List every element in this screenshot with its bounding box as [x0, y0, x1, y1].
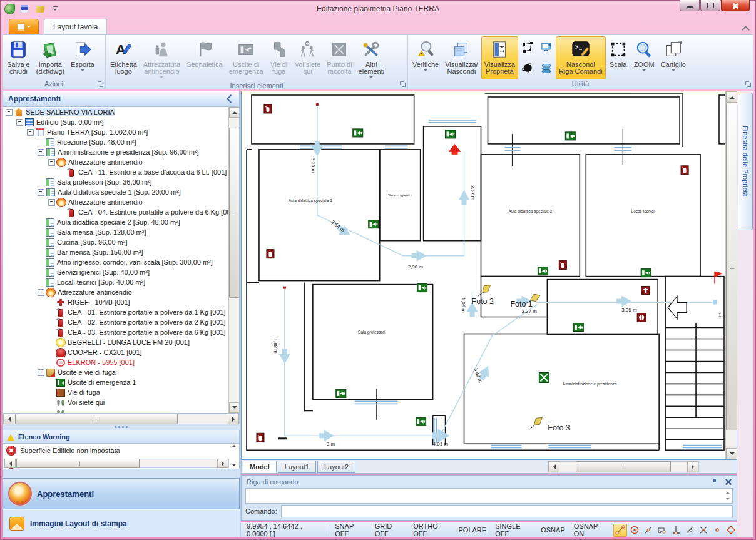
tree-expander[interactable] [27, 129, 34, 136]
lasso-select-button[interactable] [520, 61, 535, 76]
command-history-scroll[interactable] [724, 490, 731, 502]
tab-layout1[interactable]: Layout1 [278, 461, 316, 473]
tree-expander[interactable] [38, 189, 44, 196]
scrollbar-thumb[interactable] [229, 128, 240, 298]
tab-layout2[interactable]: Layout2 [317, 461, 355, 473]
tree-item[interactable]: Voi siete qui [3, 397, 239, 407]
tree-item[interactable]: Bar mensa [Sup. 150,00 m²] [3, 247, 239, 257]
dialog-launcher-icon[interactable] [745, 81, 752, 88]
route-start-dot[interactable] [284, 287, 286, 289]
tree-item[interactable]: Edificio [Sup. 0,00 m²] [3, 117, 239, 127]
tree-item[interactable]: Servizi igienici [Sup. 40,00 m²] [3, 267, 239, 277]
dialog-launcher-icon[interactable] [97, 81, 104, 88]
dialog-launcher-icon[interactable] [399, 81, 406, 88]
tree-item[interactable]: CEA - 11. Estintore a base d'acqua da 6 … [3, 167, 239, 177]
scrollbar-thumb[interactable] [726, 103, 738, 430]
application-menu-button[interactable] [9, 19, 39, 34]
room-labels[interactable]: Aula didattica speciale 1 Servizi igieni… [289, 193, 655, 387]
tree-item[interactable]: RIGEF - 104/B [001] [3, 297, 239, 307]
tree-expander[interactable] [38, 289, 44, 296]
canvas-vertical-scrollbar[interactable] [725, 91, 737, 459]
verifiche-button[interactable]: Verifiche [409, 36, 442, 79]
tree-item[interactable]: Vie di fuga [3, 387, 239, 397]
voi-siete-qui-button[interactable]: Voi siete qui [292, 36, 324, 81]
tree-item[interactable]: Locali tecnici [Sup. 40,00 m²] [3, 277, 239, 287]
drawing-canvas[interactable]: Aula didattica speciale 1 Servizi igieni… [241, 91, 737, 460]
osnap-midpoint-icon[interactable] [642, 524, 655, 536]
scrollbar-thumb[interactable] [576, 461, 671, 472]
tree-expander[interactable] [48, 199, 55, 206]
warning-panel-header[interactable]: Elenco Warning [3, 430, 240, 444]
segnaletica-button[interactable]: Segnaletica [183, 36, 226, 81]
tree-expander[interactable] [38, 149, 44, 156]
tree-item[interactable]: CEA - 03. Estintore portatile a polvere … [3, 327, 239, 337]
tree-item[interactable]: ELKRON - 5955 [001] [3, 357, 239, 367]
close-icon[interactable] [725, 478, 732, 485]
zoom-button[interactable]: ZOOM [631, 36, 658, 79]
hydrant-icons[interactable] [637, 287, 650, 322]
tree-item[interactable]: Sala mensa [Sup. 128,00 m²] [3, 227, 239, 237]
tree-item[interactable]: Aula didattica speciale 2 [Sup. 48,00 m²… [3, 217, 239, 227]
attrezzatura-antincendio-button[interactable]: Attrezzatura antincendio [140, 36, 183, 81]
tree-item[interactable] [3, 407, 239, 414]
pin-icon[interactable] [711, 478, 718, 486]
command-history-box[interactable] [245, 488, 733, 504]
scrollbar-thumb[interactable] [16, 459, 140, 468]
tab-model[interactable]: Model [243, 461, 277, 473]
tree-expander[interactable] [6, 109, 13, 116]
cartiglio-button[interactable]: Cartiglio [658, 36, 689, 79]
single-toggle[interactable]: SINGLE OFF [491, 525, 536, 535]
tree-item[interactable]: COOPER - CX201 [001] [3, 347, 239, 357]
tree-vertical-scrollbar[interactable] [228, 107, 239, 413]
osnap-tangent-icon[interactable] [683, 524, 696, 536]
tree-item[interactable]: Attrezzature antincendio [3, 157, 239, 167]
warning-item[interactable]: Superficie Edificio non impostata [3, 444, 239, 457]
importa-button[interactable]: Importa (dxf/dwg) [33, 36, 68, 79]
uscite-emergenza-button[interactable]: Uscite di emergenza [226, 36, 267, 81]
screen-view-button[interactable] [539, 40, 554, 55]
scala-button[interactable]: Scala [606, 36, 631, 79]
tree-item[interactable]: Sala professori [Sup. 36,00 m²] [3, 177, 239, 187]
tree-horizontal-scrollbar[interactable] [3, 414, 240, 424]
tree-item[interactable]: Attrezzature antincendio [3, 287, 239, 297]
osnap-quadrant-icon[interactable] [725, 524, 737, 536]
polygon-select-button[interactable] [520, 40, 535, 55]
osnap-perpendicular-icon[interactable] [670, 524, 682, 536]
grid-toggle[interactable]: GRID OFF [370, 525, 409, 535]
warning-horizontal-scrollbar[interactable] [4, 459, 229, 468]
tree-item[interactable]: CEA - 04. Estintore portatile a polvere … [3, 207, 239, 217]
properties-window-tab[interactable]: Finestra delle Proprietà [738, 93, 753, 230]
floor-plan-svg[interactable]: Aula didattica speciale 1 Servizi igieni… [242, 91, 725, 459]
warning-vertical-scrollbar[interactable] [230, 444, 238, 467]
tree-item[interactable]: Uscite e vie di fuga [3, 367, 239, 377]
nascondi-riga-comandi-button[interactable]: Nascondi Riga Comandi [556, 36, 606, 79]
osnap-node-icon[interactable] [656, 524, 668, 536]
tab-layout-tavola[interactable]: Layout tavola [44, 19, 107, 34]
tree-item[interactable]: Amministrazione e presidenza [Sup. 96,00… [3, 147, 239, 157]
nav-apprestamenti-button[interactable]: Apprestamenti [3, 478, 240, 509]
nav-immagini-layout-button[interactable]: Immagini Layout di stampa [3, 509, 240, 537]
route-end-square[interactable] [713, 300, 717, 305]
etichetta-luogo-button[interactable]: A Etichetta luogo [107, 36, 140, 81]
tree-item[interactable]: Piano TERRA [Sup. 1.002,00 m²] [3, 127, 239, 137]
ortho-toggle[interactable]: ORTHO OFF [409, 525, 454, 535]
extinguisher-icons[interactable] [257, 104, 688, 442]
red-flag-marker[interactable] [715, 272, 723, 284]
maximize-button[interactable] [700, 0, 720, 11]
tree-item[interactable]: Atrio ingresso, corridoi, vani scala [Su… [3, 257, 239, 267]
assembly-point-icon[interactable] [539, 372, 549, 382]
minimize-button[interactable] [680, 0, 700, 11]
collapse-ribbon-icon[interactable] [741, 25, 750, 33]
tree-expander[interactable] [16, 119, 23, 126]
tree-item[interactable]: Attrezzature antincendio [3, 197, 239, 207]
exit-direction-arrow[interactable] [668, 297, 687, 319]
layers-stack-button[interactable] [539, 61, 554, 76]
osnap-toggle[interactable]: OSNAP [536, 525, 570, 535]
osnap-point-icon[interactable] [711, 524, 723, 536]
warning-list[interactable]: Superficie Edificio non impostata Verifi… [3, 444, 240, 469]
panel-splitter[interactable] [3, 424, 240, 430]
tree-item[interactable]: SEDE SALERNO VIA LORIA [3, 107, 239, 117]
tree-item[interactable]: Aula didattica speciale 1 [Sup. 20,00 m²… [3, 187, 239, 197]
vie-di-fuga-button[interactable]: Vie di fuga [267, 36, 292, 81]
tree-item[interactable]: Uscite di emergenza 1 [3, 377, 239, 387]
